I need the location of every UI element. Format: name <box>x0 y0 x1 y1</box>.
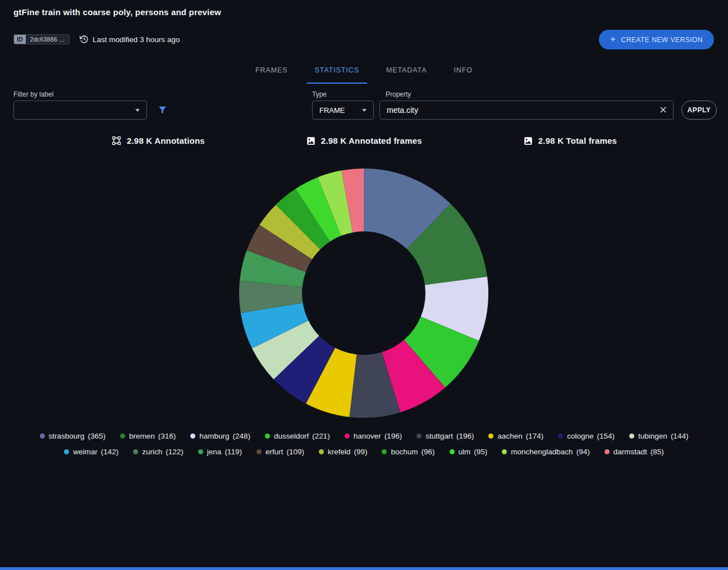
property-input[interactable] <box>379 101 674 120</box>
legend-count: (122) <box>166 448 184 456</box>
legend-color-dot <box>488 434 493 439</box>
legend-color-dot <box>257 449 262 454</box>
legend-count: (154) <box>597 432 615 440</box>
legend-color-dot <box>502 449 507 454</box>
legend-item-krefeld[interactable]: krefeld(99) <box>319 448 368 456</box>
legend-label: monchengladbach <box>511 448 573 456</box>
id-badge-label: ID <box>14 35 26 44</box>
chart-container <box>237 167 490 419</box>
legend-label: erfurt <box>265 448 283 456</box>
legend-count: (142) <box>101 448 119 456</box>
legend-label: stuttgart <box>425 432 453 440</box>
clear-property-button[interactable] <box>658 105 668 116</box>
legend-color-dot <box>319 449 324 454</box>
tab-frames[interactable]: FRAMES <box>248 58 296 84</box>
create-new-version-label: CREATE NEW VERSION <box>621 36 703 44</box>
legend-item-hamburg[interactable]: hamburg(248) <box>190 432 250 440</box>
legend-item-ulm[interactable]: ulm(95) <box>450 448 488 456</box>
legend-count: (221) <box>312 432 330 440</box>
legend-item-tubingen[interactable]: tubingen(144) <box>629 432 688 440</box>
stat-annotated-frames: 2.98 K Annotated frames <box>306 136 422 146</box>
legend-count: (85) <box>651 448 664 456</box>
legend-item-aachen[interactable]: aachen(174) <box>488 432 543 440</box>
legend-color-dot <box>605 449 610 454</box>
legend-label: darmstadt <box>613 448 647 456</box>
legend-color-dot <box>382 449 387 454</box>
legend-item-darmstadt[interactable]: darmstadt(85) <box>605 448 664 456</box>
legend-label: hanover <box>354 432 381 440</box>
legend-color-dot <box>416 434 422 439</box>
legend-color-dot <box>558 434 563 439</box>
legend-count: (365) <box>88 432 106 440</box>
meta-row: ID 2dc63886 ... Last modified 3 hours ag… <box>13 34 180 44</box>
legend-label: bochum <box>391 448 418 456</box>
legend-item-stuttgart[interactable]: stuttgart(196) <box>416 432 474 440</box>
create-new-version-button[interactable]: + CREATE NEW VERSION <box>599 30 714 49</box>
legend-color-dot <box>198 449 203 454</box>
chevron-down-icon <box>362 109 367 112</box>
property-label: Property <box>386 90 411 98</box>
history-icon <box>80 35 89 44</box>
type-select[interactable]: FRAME <box>312 101 374 120</box>
tabs-bar: FRAMES STATISTICS METADATA INFO <box>0 58 728 84</box>
legend-count: (248) <box>233 432 251 440</box>
legend-count: (196) <box>384 432 402 440</box>
legend-item-jena[interactable]: jena(119) <box>198 448 242 456</box>
page-title: gtFine train with coarse poly, persons a… <box>13 7 221 17</box>
id-badge[interactable]: ID 2dc63886 ... <box>13 34 70 44</box>
property-field <box>379 101 674 120</box>
legend-item-zurich[interactable]: zurich(122) <box>133 448 184 456</box>
legend-item-dusseldorf[interactable]: dusseldorf(221) <box>265 432 330 440</box>
stat-total-frames: 2.98 K Total frames <box>523 136 617 146</box>
legend-label: bremen <box>129 432 155 440</box>
legend-label: dusseldorf <box>274 432 309 440</box>
legend-item-bochum[interactable]: bochum(96) <box>382 448 434 456</box>
filter-by-label-label: Filter by label <box>13 90 53 98</box>
id-badge-value: 2dc63886 ... <box>26 35 69 44</box>
legend-label: ulm <box>459 448 471 456</box>
legend-item-hanover[interactable]: hanover(196) <box>345 432 402 440</box>
legend-count: (109) <box>286 448 304 456</box>
legend-label: weimar <box>73 448 98 456</box>
tab-info[interactable]: INFO <box>446 58 480 84</box>
legend-count: (144) <box>671 432 689 440</box>
legend-label: tubingen <box>638 432 667 440</box>
chevron-down-icon <box>135 109 140 112</box>
legend-label: cologne <box>567 432 593 440</box>
type-select-value: FRAME <box>319 106 345 115</box>
legend-item-strasbourg[interactable]: strasbourg(365) <box>40 432 106 440</box>
legend-item-weimar[interactable]: weimar(142) <box>64 448 118 456</box>
tab-metadata[interactable]: METADATA <box>378 58 434 84</box>
stat-total-frames-label: 2.98 K Total frames <box>538 136 617 145</box>
legend-color-dot <box>40 434 45 439</box>
legend-item-cologne[interactable]: cologne(154) <box>558 432 615 440</box>
legend-color-dot <box>190 434 195 439</box>
legend-count: (119) <box>225 448 242 456</box>
legend-row: weimar(142)zurich(122)jena(119)erfurt(10… <box>64 448 663 456</box>
bottom-bar <box>0 567 728 570</box>
filter-by-label-select[interactable] <box>13 101 147 120</box>
legend-color-dot <box>64 449 69 454</box>
legend-count: (316) <box>158 432 176 440</box>
legend-count: (94) <box>576 448 590 456</box>
stat-annotations-label: 2.98 K Annotations <box>127 136 205 145</box>
apply-button[interactable]: APPLY <box>681 101 717 120</box>
legend-row: strasbourg(365)bremen(316)hamburg(248)du… <box>40 432 689 440</box>
filter-funnel-icon[interactable] <box>158 105 167 117</box>
stats-row: 2.98 K Annotations 2.98 K Annotated fram… <box>0 135 728 146</box>
stat-annotations: 2.98 K Annotations <box>111 135 205 146</box>
tab-statistics[interactable]: STATISTICS <box>307 58 367 84</box>
legend-item-bremen[interactable]: bremen(316) <box>120 432 176 440</box>
type-label: Type <box>312 90 327 98</box>
annotations-icon <box>111 135 122 146</box>
legend-item-erfurt[interactable]: erfurt(109) <box>257 448 304 456</box>
legend-color-dot <box>345 434 350 439</box>
legend-color-dot <box>120 434 125 439</box>
legend-color-dot <box>133 449 138 454</box>
legend-label: jena <box>207 448 222 456</box>
legend-count: (96) <box>422 448 435 456</box>
legend-item-monchengladbach[interactable]: monchengladbach(94) <box>502 448 589 456</box>
plus-icon: + <box>610 34 616 44</box>
last-modified-text: Last modified 3 hours ago <box>93 35 180 44</box>
image-icon <box>306 136 316 146</box>
